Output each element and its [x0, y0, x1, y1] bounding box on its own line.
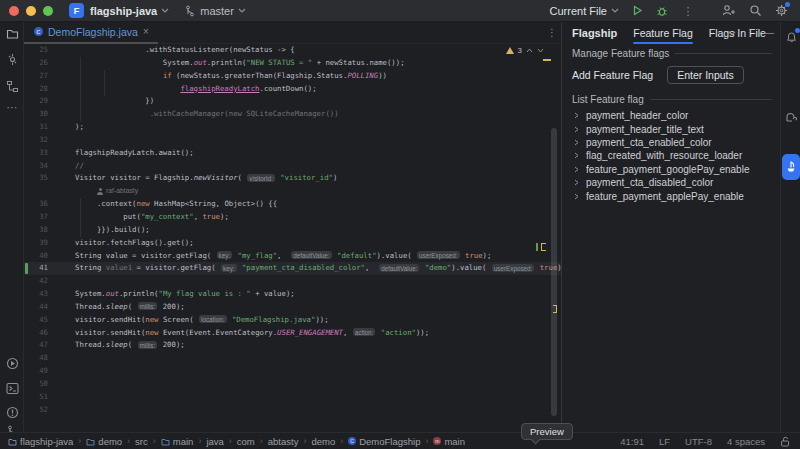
inspections-widget[interactable]: 3: [506, 45, 544, 56]
tab-options-icon[interactable]: ⋮: [547, 27, 557, 38]
chevron-right-icon[interactable]: [574, 166, 579, 173]
tab-demoflagship[interactable]: C DemoFlagship.java ×: [24, 22, 158, 44]
code-line[interactable]: 48: [24, 352, 562, 365]
code-line[interactable]: 45visitor.sendHit(new Screen( location: …: [24, 314, 562, 327]
prev-problem-icon[interactable]: [526, 48, 533, 53]
code-line[interactable]: 50: [24, 378, 562, 391]
flag-item[interactable]: payment_cta_enabled_color: [562, 136, 780, 149]
line-number[interactable]: 25: [24, 44, 48, 57]
chevron-right-icon[interactable]: [574, 193, 579, 200]
indent-setting[interactable]: 4 spaces: [727, 436, 765, 447]
breadcrumb-folder[interactable]: abtasty: [268, 436, 299, 447]
code-editor[interactable]: 25 .withStatusListener(newStatus -> {26 …: [24, 44, 562, 420]
code-line[interactable]: 31);: [24, 121, 562, 134]
chevron-right-icon[interactable]: [574, 126, 579, 133]
breadcrumb-folder[interactable]: java: [206, 436, 223, 447]
chevron-right-icon[interactable]: [574, 179, 579, 186]
line-number[interactable]: 46: [24, 327, 48, 340]
close-tab-icon[interactable]: ×: [143, 27, 149, 37]
code-line[interactable]: 52: [24, 404, 562, 417]
line-number[interactable]: 40: [24, 250, 48, 263]
breadcrumb-folder[interactable]: demo: [311, 436, 335, 447]
code-line[interactable]: 47Thread.sleep( millis: 200);: [24, 339, 562, 352]
line-number[interactable]: 26: [24, 57, 48, 70]
code-line[interactable]: 27 if (newStatus.greaterThan(Flagship.St…: [24, 70, 562, 83]
vcs-change-marker[interactable]: [25, 263, 28, 274]
close-window-icon[interactable]: [9, 6, 19, 16]
breadcrumb-module[interactable]: flagship-java: [8, 436, 73, 447]
notifications-bell-icon[interactable]: [785, 30, 798, 43]
line-number[interactable]: 29: [24, 95, 48, 108]
unlock-icon[interactable]: [780, 436, 790, 447]
code-line[interactable]: 49: [24, 365, 562, 378]
chevron-right-icon[interactable]: [574, 139, 579, 146]
run-button[interactable]: [632, 5, 643, 16]
code-line[interactable]: 35Visitor visitor = Flagship.newVisitor(…: [24, 172, 562, 185]
search-icon[interactable]: [749, 4, 762, 17]
line-number[interactable]: 35: [24, 172, 48, 185]
line-number[interactable]: 39: [24, 237, 48, 250]
code-line[interactable]: 25 .withStatusListener(newStatus -> {: [24, 44, 562, 57]
code-line[interactable]: 26 System.out.println("NEW STATUS = " + …: [24, 57, 562, 70]
breadcrumb-folder[interactable]: demo: [86, 436, 122, 447]
line-number[interactable]: 49: [24, 365, 48, 378]
flag-item[interactable]: feature_payment_applePay_enable: [562, 189, 780, 202]
code-line[interactable]: 43System.out.println("My flag value is :…: [24, 288, 562, 301]
code-line[interactable]: 38 }}).build();: [24, 224, 562, 237]
chevron-down-icon[interactable]: [728, 31, 736, 36]
code-line[interactable]: 37 put("my_context", true);: [24, 211, 562, 224]
file-encoding[interactable]: UTF-8: [685, 436, 712, 447]
structure-tool-icon[interactable]: [5, 79, 19, 93]
line-number[interactable]: 32: [24, 134, 48, 147]
flag-item[interactable]: payment_header_color: [562, 109, 780, 122]
code-line[interactable]: 28 flagshipReadyLatch.countDown();: [24, 83, 562, 96]
code-line[interactable]: 32: [24, 134, 562, 147]
error-stripe-warning-mark[interactable]: [541, 243, 546, 251]
gradle-elephant-icon[interactable]: [785, 110, 798, 123]
enter-inputs-button[interactable]: Enter Inputs: [667, 66, 744, 84]
line-number[interactable]: 50: [24, 378, 48, 391]
line-number[interactable]: 36: [24, 198, 48, 211]
line-number[interactable]: 44: [24, 301, 48, 314]
line-number[interactable]: [24, 185, 48, 198]
line-number[interactable]: 52: [24, 404, 48, 417]
flag-item[interactable]: payment_header_title_text: [562, 122, 780, 135]
minimize-window-icon[interactable]: [26, 6, 36, 16]
terminal-tool-icon[interactable]: [5, 381, 19, 395]
line-number[interactable]: 42: [24, 275, 48, 288]
tab-feature-flag[interactable]: Feature Flag: [633, 22, 693, 44]
flag-item[interactable]: flag_created_with_resource_loader: [562, 149, 780, 162]
code-line[interactable]: 33flagshipReadyLatch.await();: [24, 147, 562, 160]
debug-button[interactable]: [656, 5, 668, 17]
code-line[interactable]: 40String value = visitor.getFlag( key: "…: [24, 250, 562, 263]
settings-gear-icon[interactable]: [775, 4, 788, 17]
flagship-tool-button-active[interactable]: [782, 154, 800, 180]
code-line[interactable]: 41String value1 = visitor.getFlag( key: …: [24, 262, 562, 275]
project-tool-icon[interactable]: [5, 26, 19, 40]
line-number[interactable]: 30: [24, 108, 48, 121]
code-line[interactable]: 39visitor.fetchFlags().get();: [24, 237, 562, 250]
branch-widget[interactable]: master: [185, 5, 246, 17]
code-line[interactable]: 42: [24, 275, 562, 288]
maximize-window-icon[interactable]: [43, 6, 53, 16]
project-widget[interactable]: F flagship-java: [53, 3, 169, 18]
line-number[interactable]: 34: [24, 160, 48, 173]
panel-options-icon[interactable]: ⋮: [745, 28, 755, 38]
flag-item[interactable]: feature_payment_googlePay_enable: [562, 163, 780, 176]
line-number[interactable]: 28: [24, 83, 48, 96]
caret-position[interactable]: 41:91: [620, 436, 644, 447]
more-tool-windows-icon[interactable]: ⋯: [5, 102, 19, 116]
code-author-inlay[interactable]: raf-abtasty: [24, 185, 562, 198]
error-stripe-warning-mark[interactable]: [553, 305, 557, 313]
line-number[interactable]: 47: [24, 339, 48, 352]
add-feature-flag-button[interactable]: Add Feature Flag: [572, 69, 653, 81]
chevron-right-icon[interactable]: [574, 112, 579, 119]
code-line[interactable]: 36 .context(new HashMap<String, Object>(…: [24, 198, 562, 211]
line-number[interactable]: 51: [24, 391, 48, 404]
editor-scrollbar[interactable]: [551, 128, 557, 416]
error-stripe-warning-mark[interactable]: [543, 59, 551, 61]
line-ending[interactable]: LF: [659, 436, 670, 447]
line-number[interactable]: 43: [24, 288, 48, 301]
next-problem-icon[interactable]: [537, 48, 544, 53]
breadcrumb-method[interactable]: m main: [433, 436, 465, 447]
